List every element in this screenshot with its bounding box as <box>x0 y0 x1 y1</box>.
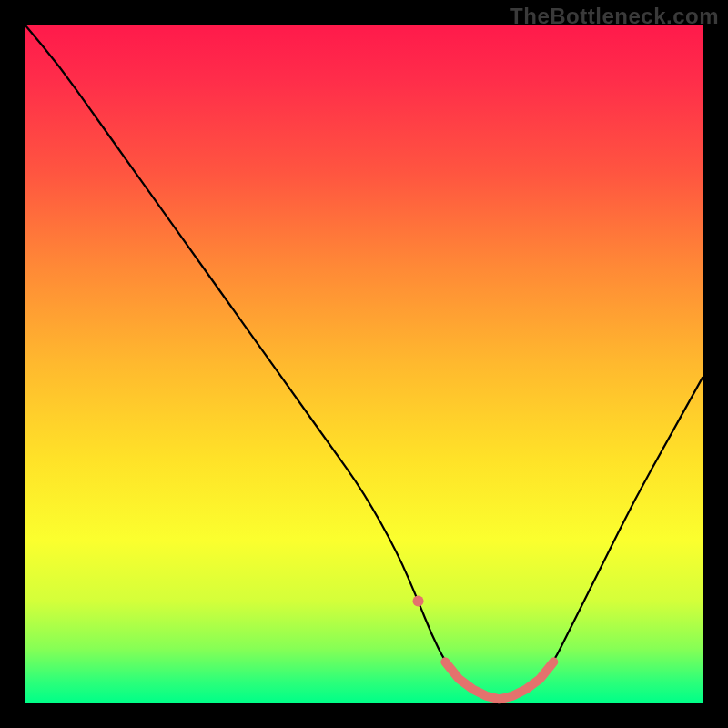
chart-svg <box>25 25 703 703</box>
plot-area <box>25 25 703 703</box>
highlight-segment <box>445 662 553 699</box>
highlight-start-dot <box>413 595 424 606</box>
watermark-text: TheBottleneck.com <box>510 4 719 29</box>
chart-frame: TheBottleneck.com <box>0 0 728 728</box>
bottleneck-curve <box>25 25 703 698</box>
